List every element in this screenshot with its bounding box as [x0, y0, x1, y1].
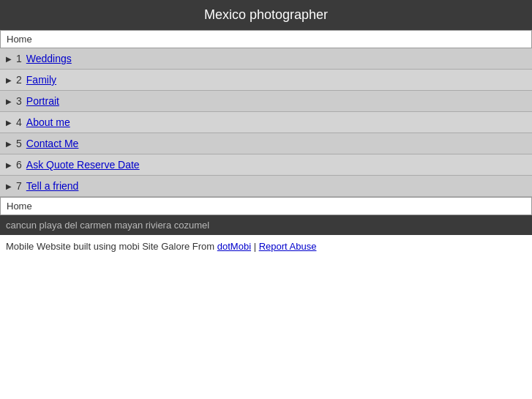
- nav-item[interactable]: ▶6 Ask Quote Reserve Date: [0, 154, 532, 176]
- nav-arrow-icon: ▶: [6, 55, 12, 63]
- nav-arrow-icon: ▶: [6, 182, 12, 190]
- nav-item-link[interactable]: Weddings: [26, 53, 72, 64]
- nav-item-link[interactable]: Ask Quote Reserve Date: [26, 159, 140, 171]
- nav-item-number: 5: [16, 138, 22, 149]
- nav-arrow-icon: ▶: [6, 119, 12, 127]
- report-abuse-link[interactable]: Report Abuse: [259, 241, 317, 252]
- dotmobi-link[interactable]: dotMobi: [217, 241, 251, 252]
- nav-item[interactable]: ▶3 Portrait: [0, 91, 532, 112]
- nav-arrow-icon: ▶: [6, 161, 12, 169]
- nav-item-number: 7: [16, 180, 22, 192]
- nav-item[interactable]: ▶5 Contact Me: [0, 133, 532, 154]
- home-bar-top: Home: [0, 30, 532, 48]
- nav-item-number: 2: [16, 74, 22, 86]
- nav-arrow-icon: ▶: [6, 140, 12, 148]
- nav-item-link[interactable]: Family: [26, 74, 56, 86]
- footer-prefix: Mobile Website built using mobi Site Gal…: [6, 241, 217, 252]
- nav-item[interactable]: ▶1 Weddings: [0, 48, 532, 70]
- nav-item[interactable]: ▶2 Family: [0, 70, 532, 91]
- home-bar-bottom: Home: [0, 197, 532, 215]
- nav-arrow-icon: ▶: [6, 76, 12, 84]
- footer-links: Mobile Website built using mobi Site Gal…: [0, 235, 532, 258]
- nav-item-number: 4: [16, 116, 22, 128]
- footer-separator: |: [251, 241, 259, 252]
- nav-item[interactable]: ▶7 Tell a friend: [0, 176, 532, 197]
- nav-item-link[interactable]: Contact Me: [26, 138, 79, 149]
- keywords-bar: cancun playa del carmen mayan riviera co…: [0, 215, 532, 235]
- page-header: Mexico photographer: [0, 0, 532, 30]
- nav-item-number: 6: [16, 159, 22, 171]
- nav-item-link[interactable]: Portrait: [26, 95, 59, 107]
- nav-item-number: 1: [16, 53, 22, 64]
- nav-item-number: 3: [16, 95, 22, 107]
- nav-item-link[interactable]: Tell a friend: [26, 180, 79, 192]
- nav-item[interactable]: ▶4 About me: [0, 112, 532, 133]
- nav-arrow-icon: ▶: [6, 97, 12, 105]
- page-title: Mexico photographer: [204, 7, 328, 22]
- nav-item-link[interactable]: About me: [26, 116, 70, 128]
- navigation-list: ▶1 Weddings▶2 Family▶3 Portrait▶4 About …: [0, 48, 532, 197]
